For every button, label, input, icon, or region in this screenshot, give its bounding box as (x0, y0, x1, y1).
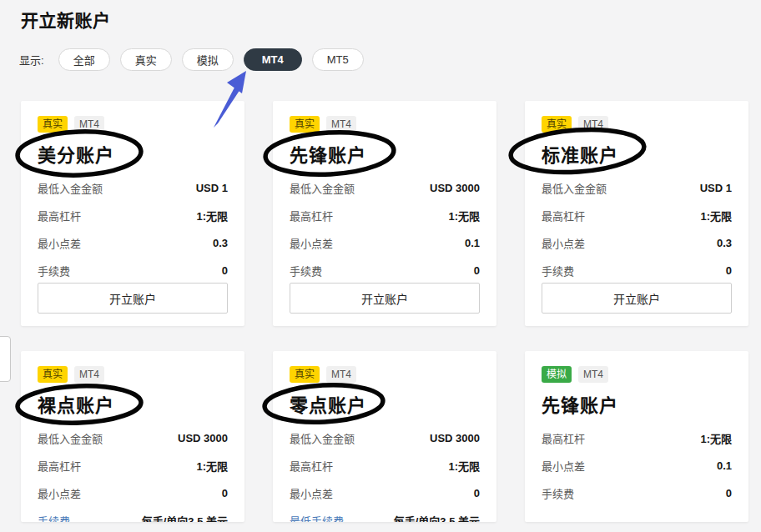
spec-label: 最高杠杆 (290, 458, 333, 474)
spec-label: 最低入金金额 (290, 430, 355, 446)
filter-pill-label: MT5 (327, 53, 349, 66)
open-account-button[interactable]: 开立账户 (290, 283, 480, 314)
spec-row: 最小点差 0.1 (542, 452, 732, 479)
filter-pill-真实[interactable]: 真实 (120, 48, 172, 71)
badge-row: 真实 MT4 (290, 116, 480, 133)
spec-value: 1:无限 (700, 430, 732, 446)
spec-value: 0 (222, 264, 228, 277)
page-title: 开立新账户 (21, 7, 111, 32)
spec-row: 最低入金金额 USD 1 (542, 174, 732, 202)
spec-row: 手续费 0 (290, 257, 480, 284)
filter-pill-group: 全部真实模拟MT4MT5 (58, 48, 374, 71)
filter-pill-mt4[interactable]: MT4 (244, 48, 302, 71)
spec-value: 0.3 (213, 237, 228, 249)
spec-value: 0.3 (717, 237, 732, 249)
spec-label: 最小点差 (542, 235, 585, 251)
badge-row: 真实 MT4 (542, 116, 732, 133)
spec-value: USD 3000 (178, 432, 228, 444)
account-card: 真实 MT4 先锋账户 最低入金金额 USD 3000 最高杠杆 1:无限 最小… (273, 101, 496, 326)
spec-value: 0 (222, 487, 228, 499)
spec-value: 0 (474, 487, 480, 499)
spec-row: 最低入金金额 USD 3000 (38, 424, 228, 452)
platform-badge: MT4 (74, 116, 104, 133)
spec-rows: 最低入金金额 USD 1 最高杠杆 1:无限 最小点差 0.3 手续费 0 (542, 174, 732, 284)
open-account-button[interactable]: 开立账户 (38, 283, 228, 314)
account-type-badge: 真实 (290, 116, 320, 133)
spec-label: 最小点差 (38, 485, 81, 501)
spec-label: 最低入金金额 (38, 180, 103, 196)
spec-label: 最小点差 (38, 235, 81, 251)
spec-value: 1:无限 (196, 208, 228, 223)
platform-badge: MT4 (326, 116, 356, 133)
filter-pill-模拟[interactable]: 模拟 (182, 48, 234, 71)
spec-label: 最高杠杆 (290, 208, 333, 223)
spec-label: 最高杠杆 (38, 208, 81, 223)
platform-badge: MT4 (74, 366, 104, 383)
badge-row: 真实 MT4 (38, 116, 228, 133)
spec-value: 每手/单向3.5 美元 (394, 513, 480, 522)
filter-pill-label: 模拟 (197, 52, 219, 68)
account-card: 模拟 MT4 先锋账户 最高杠杆 1:无限 最小点差 0.1 手续费 0 (525, 351, 748, 522)
platform-badge: MT4 (578, 366, 608, 383)
spec-value: USD 1 (196, 182, 228, 194)
spec-label: 最小点差 (290, 485, 333, 501)
spec-row: 最低手续费 每手/单向3.5 美元 (290, 507, 480, 522)
spec-label: 最高杠杆 (542, 208, 585, 223)
badge-row: 模拟 MT4 (542, 366, 732, 383)
spec-row: 最低入金金额 USD 3000 (290, 174, 480, 202)
badge-row: 真实 MT4 (290, 366, 480, 383)
account-card: 真实 MT4 标准账户 最低入金金额 USD 1 最高杠杆 1:无限 最小点差 … (525, 101, 748, 326)
spec-row: 手续费 0 (542, 479, 732, 507)
spec-row: 最高杠杆 1:无限 (38, 202, 228, 229)
account-title: 先锋账户 (542, 390, 732, 417)
filter-pill-label: 全部 (73, 52, 95, 68)
clipped-card-edge (0, 336, 11, 382)
spec-label: 最高杠杆 (542, 430, 585, 446)
spec-row: 手续费 每手/单向3.5 美元 (38, 507, 228, 522)
filter-pill-全部[interactable]: 全部 (58, 48, 110, 71)
filter-pill-label: MT4 (262, 53, 284, 66)
account-card: 真实 MT4 裸点账户 最低入金金额 USD 3000 最高杠杆 1:无限 最小… (21, 351, 244, 522)
filter-pill-label: 真实 (135, 52, 157, 68)
account-card: 真实 MT4 零点账户 最低入金金额 USD 3000 最高杠杆 1:无限 最小… (273, 351, 496, 522)
spec-label-link[interactable]: 最低手续费 (290, 513, 344, 522)
account-title: 标准账户 (542, 140, 732, 167)
spec-row: 手续费 0 (38, 257, 228, 284)
spec-label: 手续费 (542, 485, 574, 501)
spec-row: 最小点差 0.3 (542, 229, 732, 257)
spec-label: 最低入金金额 (542, 180, 607, 196)
spec-rows: 最高杠杆 1:无限 最小点差 0.1 手续费 0 (542, 424, 732, 507)
filter-pill-mt5[interactable]: MT5 (312, 48, 364, 71)
spec-row: 最小点差 0.3 (38, 229, 228, 257)
spec-label-link[interactable]: 手续费 (38, 513, 70, 522)
spec-value: 1:无限 (448, 208, 480, 223)
spec-value: 每手/单向3.5 美元 (142, 513, 228, 522)
account-type-badge: 模拟 (542, 366, 572, 383)
account-type-badge: 真实 (290, 366, 320, 383)
account-type-badge: 真实 (542, 116, 572, 133)
account-title: 零点账户 (290, 390, 480, 417)
platform-badge: MT4 (326, 366, 356, 383)
spec-rows: 最低入金金额 USD 3000 最高杠杆 1:无限 最小点差 0 最低手续费 每… (290, 424, 480, 522)
spec-rows: 最低入金金额 USD 3000 最高杠杆 1:无限 最小点差 0.1 手续费 0 (290, 174, 480, 284)
spec-value: 0.1 (465, 237, 480, 249)
spec-rows: 最低入金金额 USD 1 最高杠杆 1:无限 最小点差 0.3 手续费 0 (38, 174, 228, 284)
spec-row: 最高杠杆 1:无限 (542, 202, 732, 229)
account-type-badge: 真实 (38, 366, 68, 383)
spec-value: 0 (726, 264, 732, 277)
spec-row: 最高杠杆 1:无限 (542, 424, 732, 452)
filter-row: 显示: 全部真实模拟MT4MT5 (19, 48, 374, 71)
spec-row: 最小点差 0 (290, 479, 480, 507)
spec-value: 0.1 (717, 459, 732, 472)
open-account-button[interactable]: 开立账户 (542, 283, 732, 314)
spec-value: 1:无限 (448, 458, 480, 474)
spec-row: 手续费 0 (542, 257, 732, 284)
account-title: 先锋账户 (290, 140, 480, 167)
spec-label: 手续费 (542, 263, 574, 279)
spec-row: 最高杠杆 1:无限 (290, 452, 480, 479)
spec-value: 0 (726, 487, 732, 499)
spec-rows: 最低入金金额 USD 3000 最高杠杆 1:无限 最小点差 0 手续费 每手/… (38, 424, 228, 522)
account-card: 真实 MT4 美分账户 最低入金金额 USD 1 最高杠杆 1:无限 最小点差 … (21, 101, 244, 326)
spec-row: 最小点差 0 (38, 479, 228, 507)
spec-row: 最高杠杆 1:无限 (290, 202, 480, 229)
